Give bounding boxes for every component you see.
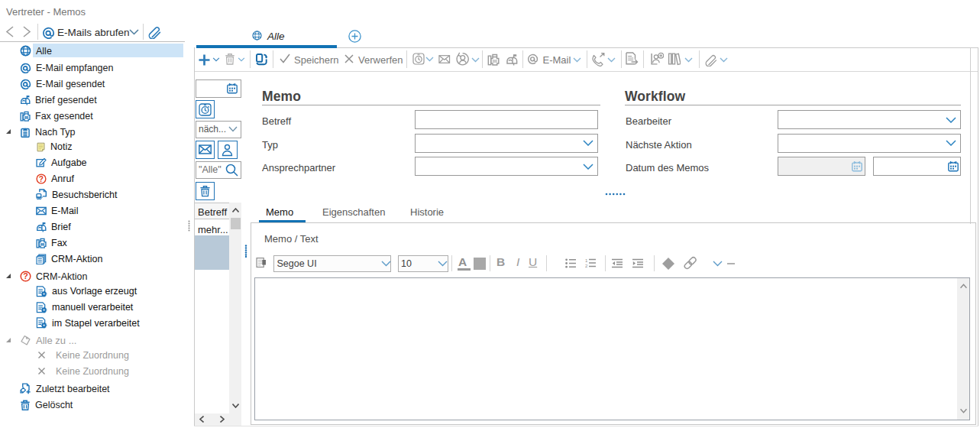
svg-text:?: ?	[23, 271, 28, 280]
svg-text:2: 2	[585, 264, 588, 268]
svg-text:1: 1	[585, 258, 588, 263]
svg-text:?: ?	[39, 174, 44, 183]
